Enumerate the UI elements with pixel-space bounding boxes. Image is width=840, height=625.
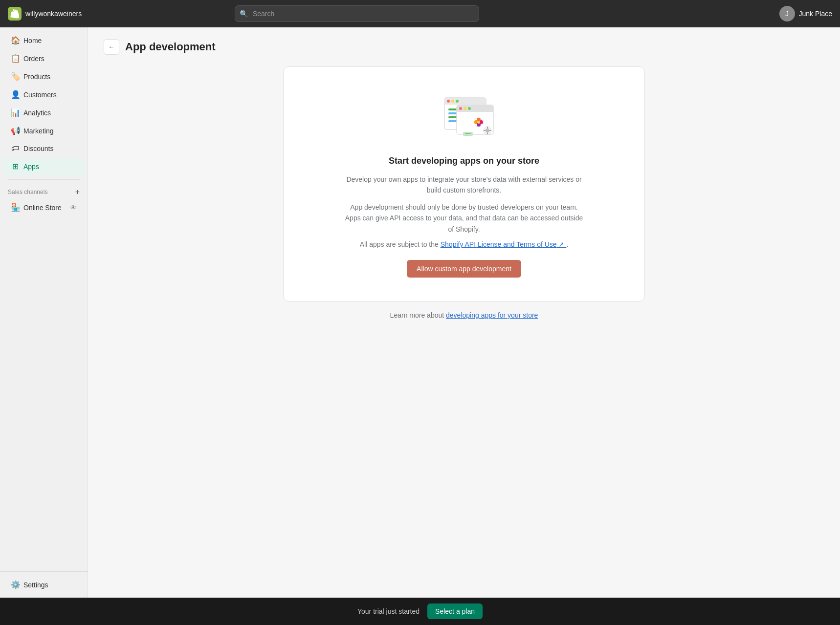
sidebar-item-apps[interactable]: ⊞ Apps xyxy=(3,158,85,175)
customers-icon: 👤 xyxy=(11,90,20,99)
sidebar-bottom: ⚙️ Settings xyxy=(0,571,88,594)
sidebar-item-discounts[interactable]: 🏷 Discounts xyxy=(3,140,85,157)
svg-rect-12 xyxy=(457,108,493,112)
learn-more-link[interactable]: developing apps for your store xyxy=(446,311,538,319)
svg-point-5 xyxy=(456,100,459,103)
search-icon: 🔍 xyxy=(240,10,248,18)
allow-custom-app-button[interactable]: Allow custom app development xyxy=(407,260,521,278)
sidebar-label-discounts: Discounts xyxy=(23,145,53,152)
sidebar-item-settings[interactable]: ⚙️ Settings xyxy=(3,576,85,593)
card-title: Start developing apps on your store xyxy=(299,156,629,166)
shopify-logo xyxy=(8,7,22,21)
sidebar-item-home[interactable]: 🏠 Home xyxy=(3,32,85,49)
card-desc2: App development should only be done by t… xyxy=(342,202,586,235)
user-name: Junk Place xyxy=(799,10,832,18)
sidebar-label-customers: Customers xyxy=(23,91,57,99)
search-bar: 🔍 xyxy=(235,5,479,22)
svg-rect-30 xyxy=(465,135,469,135)
sidebar-divider xyxy=(8,179,80,180)
card-api-note: All apps are subject to the Shopify API … xyxy=(299,240,629,248)
online-store-icon: 🏪 xyxy=(11,203,20,212)
top-nav: willywonkaweiners 🔍 J Junk Place xyxy=(0,0,840,27)
sidebar-item-online-store[interactable]: 🏪 Online Store 👁 xyxy=(3,199,85,216)
sidebar-label-apps: Apps xyxy=(23,163,39,171)
api-note-text: All apps are subject to the xyxy=(360,240,439,248)
sidebar-item-marketing[interactable]: 📢 Marketing xyxy=(3,122,85,139)
eye-icon: 👁 xyxy=(70,204,77,212)
home-icon: 🏠 xyxy=(11,36,20,45)
products-icon: 🏷️ xyxy=(11,72,20,81)
sidebar-label-settings: Settings xyxy=(23,581,48,589)
sidebar-label-home: Home xyxy=(23,37,42,44)
brand: willywonkaweiners xyxy=(8,7,82,21)
svg-rect-26 xyxy=(484,130,486,131)
api-link[interactable]: Shopify API License and Terms of Use ↗ xyxy=(441,240,567,248)
settings-icon: ⚙️ xyxy=(11,580,20,589)
svg-point-15 xyxy=(468,107,471,110)
svg-point-23 xyxy=(486,129,489,132)
page-title: App development xyxy=(125,41,216,53)
sidebar-label-online-store: Online Store xyxy=(23,204,62,212)
svg-point-3 xyxy=(447,100,450,103)
svg-point-21 xyxy=(477,121,480,124)
discounts-icon: 🏷 xyxy=(11,144,20,153)
sidebar-label-products: Products xyxy=(23,73,50,81)
page-header: ← App development xyxy=(104,39,824,55)
svg-point-4 xyxy=(451,100,454,103)
sidebar-item-products[interactable]: 🏷️ Products xyxy=(3,68,85,85)
analytics-icon: 📊 xyxy=(11,108,20,117)
apps-icon: ⊞ xyxy=(11,162,20,171)
svg-point-13 xyxy=(459,107,462,110)
sidebar-item-analytics[interactable]: 📊 Analytics xyxy=(3,104,85,121)
svg-rect-29 xyxy=(465,133,471,134)
avatar[interactable]: J xyxy=(779,6,795,22)
svg-point-14 xyxy=(464,107,466,110)
sidebar-item-customers[interactable]: 👤 Customers xyxy=(3,86,85,103)
sales-channels-section: Sales channels + xyxy=(0,184,88,198)
bottom-bar: Your trial just started Select a plan xyxy=(0,598,840,625)
brand-name: willywonkaweiners xyxy=(25,10,82,18)
app-development-card: Start developing apps on your store Deve… xyxy=(283,66,645,302)
app-illustration xyxy=(430,90,498,144)
trial-text: Your trial just started xyxy=(357,607,420,615)
sidebar-label-marketing: Marketing xyxy=(23,127,53,135)
svg-rect-25 xyxy=(487,132,488,134)
back-button[interactable]: ← xyxy=(104,39,119,55)
select-plan-button[interactable]: Select a plan xyxy=(427,603,483,619)
learn-more: Learn more about developing apps for you… xyxy=(104,311,824,319)
svg-rect-24 xyxy=(487,127,488,129)
add-sales-channel-icon[interactable]: + xyxy=(75,188,80,196)
svg-rect-27 xyxy=(489,130,491,131)
main-content: ← App development xyxy=(88,27,840,598)
sidebar: 🏠 Home 📋 Orders 🏷️ Products 👤 Customers … xyxy=(0,27,88,598)
svg-rect-2 xyxy=(444,101,486,105)
app-body: 🏠 Home 📋 Orders 🏷️ Products 👤 Customers … xyxy=(0,27,840,598)
sidebar-item-orders[interactable]: 📋 Orders xyxy=(3,50,85,67)
sidebar-label-analytics: Analytics xyxy=(23,109,51,117)
marketing-icon: 📢 xyxy=(11,126,20,135)
orders-icon: 📋 xyxy=(11,54,20,63)
sidebar-label-orders: Orders xyxy=(23,55,44,63)
top-nav-right: J Junk Place xyxy=(779,6,832,22)
learn-more-prefix: Learn more about xyxy=(390,311,444,319)
search-input[interactable] xyxy=(235,5,479,22)
card-desc1: Develop your own apps to integrate your … xyxy=(342,174,586,196)
sales-channels-label: Sales channels xyxy=(8,189,47,195)
